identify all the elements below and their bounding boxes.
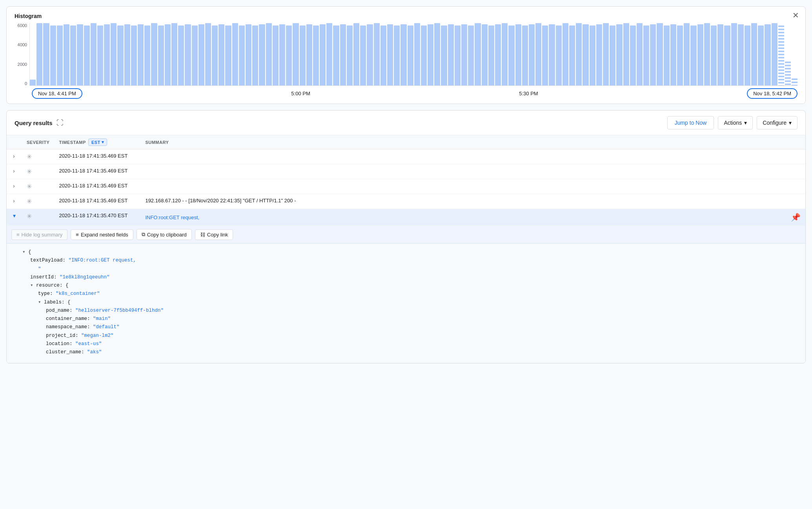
- histogram-bar: [684, 23, 690, 85]
- expand-results-icon[interactable]: ⛶: [56, 119, 64, 127]
- histogram-bar: [569, 25, 575, 85]
- histogram-bar: [347, 25, 353, 85]
- hide-log-summary-button[interactable]: ≡ Hide log summary: [11, 229, 67, 240]
- actions-label: Actions: [724, 120, 742, 126]
- y-axis-label-6000: 6000: [18, 23, 27, 28]
- y-axis-label-4000: 4000: [18, 42, 27, 47]
- histogram-bar: [50, 25, 56, 85]
- configure-button[interactable]: Configure ▾: [757, 116, 797, 129]
- histogram-bar: [408, 25, 413, 85]
- histogram-bar: [758, 25, 764, 85]
- actions-chevron-icon: ▾: [744, 120, 747, 126]
- histogram-bar: [131, 25, 137, 85]
- time-start-label[interactable]: Nov 18, 4:41 PM: [32, 88, 82, 99]
- row-collapse-button[interactable]: ▾: [11, 213, 17, 219]
- histogram-bar: [421, 25, 427, 85]
- row-summary-cell: [140, 164, 805, 179]
- table-row: › ✳ 2020-11-18 17:41:35.469 EST: [7, 164, 805, 179]
- row-expand-button[interactable]: ›: [11, 183, 16, 189]
- expanded-actions-bar: ≡ Hide log summary ≡ Expand nested field…: [7, 226, 805, 244]
- histogram-bar: [394, 25, 400, 85]
- collapse-labels-arrow[interactable]: ▾: [38, 300, 41, 305]
- query-results-header: Query results ⛶ Jump to Now Actions ▾ Co…: [7, 111, 805, 135]
- timestamp-value: 2020-11-18 17:41:35.470 EST: [59, 213, 127, 218]
- row-expand-cell: ›: [7, 149, 22, 164]
- copy-link-button[interactable]: ⛓ Copy link: [195, 229, 233, 240]
- query-results-title-area: Query results ⛶: [15, 119, 64, 127]
- copy-to-clipboard-button[interactable]: ⧉ Copy to clipboard: [137, 229, 192, 240]
- collapse-resource-arrow[interactable]: ▾: [30, 283, 33, 288]
- severity-icon: ✳: [27, 153, 32, 160]
- row-timestamp-cell: 2020-11-18 17:41:35.469 EST: [54, 149, 140, 164]
- link-icon: ⛓: [200, 232, 205, 238]
- pin-icon[interactable]: 📌: [791, 213, 801, 222]
- histogram-bar: [104, 24, 110, 85]
- histogram-bar: [144, 25, 150, 85]
- histogram-bar: [300, 25, 306, 85]
- table-row: › ✳ 2020-11-18 17:41:35.469 EST: [7, 179, 805, 194]
- histogram-bar: [273, 25, 279, 85]
- x-axis-label-530pm: 5:30 PM: [519, 91, 538, 96]
- histogram-bar: [765, 24, 770, 85]
- histogram-bar: [360, 25, 366, 85]
- histogram-bar: [637, 23, 643, 85]
- json-location-line: location: "east-us": [46, 340, 799, 348]
- timestamp-value: 2020-11-18 17:41:35.469 EST: [59, 153, 127, 159]
- row-expand-button[interactable]: ›: [11, 198, 16, 204]
- histogram-bar: [192, 25, 198, 85]
- histogram-bar: [171, 23, 177, 85]
- timezone-badge[interactable]: EST ▾: [88, 138, 107, 146]
- histogram-bar: [772, 23, 777, 85]
- histogram-bar: [461, 24, 467, 85]
- histogram-bar: [138, 24, 144, 85]
- expanded-content-cell: ≡ Hide log summary ≡ Expand nested field…: [7, 226, 805, 363]
- collapse-root-arrow[interactable]: ▾: [22, 249, 25, 255]
- expand-nested-icon: ≡: [76, 232, 79, 238]
- row-timestamp-cell: 2020-11-18 17:41:35.469 EST: [54, 164, 140, 179]
- histogram-bar: [455, 25, 461, 85]
- histogram-bar: [488, 25, 494, 85]
- header-actions: Jump to Now Actions ▾ Configure ▾: [667, 116, 797, 129]
- row-summary-cell: [140, 179, 805, 194]
- histogram-bar: [549, 24, 555, 85]
- histogram-bar: [30, 80, 36, 85]
- th-severity: SEVERITY: [22, 135, 54, 149]
- histogram-bar: [590, 25, 595, 85]
- histogram-bar: [232, 23, 238, 85]
- timestamp-label: TIMESTAMP: [59, 140, 86, 145]
- histogram-bar: [616, 24, 622, 85]
- row-expand-button[interactable]: ›: [11, 153, 16, 159]
- json-resource-line: ▾ resource: {: [30, 282, 799, 290]
- histogram-bar: [246, 24, 251, 85]
- histogram-bar: [596, 24, 602, 85]
- expand-nested-fields-button[interactable]: ≡ Expand nested fields: [71, 229, 133, 240]
- histogram-bar: [43, 23, 49, 85]
- histogram-bar: [381, 25, 386, 85]
- row-expand-button[interactable]: ›: [11, 168, 16, 174]
- histogram-bar: [387, 24, 393, 85]
- row-timestamp-cell: 2020-11-18 17:41:35.469 EST: [54, 179, 140, 194]
- expanded-content-row: ≡ Hide log summary ≡ Expand nested field…: [7, 226, 805, 363]
- jump-to-now-button[interactable]: Jump to Now: [667, 116, 714, 129]
- histogram-bar: [576, 23, 582, 85]
- json-project-id-line: project_id: "megan-lm2": [46, 332, 799, 340]
- summary-value: INFO:root:GET request,: [145, 215, 199, 220]
- copy-link-label: Copy link: [207, 232, 228, 238]
- th-expand: [7, 135, 22, 149]
- histogram-close-button[interactable]: ✕: [792, 11, 799, 19]
- histogram-bar: [677, 25, 683, 85]
- histogram-bar: [495, 24, 501, 85]
- histogram-bar: [434, 23, 440, 85]
- histogram-bar: [542, 25, 548, 85]
- actions-button[interactable]: Actions ▾: [718, 116, 753, 129]
- histogram-bar: [610, 25, 615, 85]
- histogram-bar: [414, 23, 420, 85]
- time-end-label[interactable]: Nov 18, 5:42 PM: [747, 88, 797, 99]
- histogram-bar: [401, 24, 406, 85]
- histogram-bar: [198, 24, 204, 85]
- row-timestamp-cell: 2020-11-18 17:41:35.470 EST: [54, 209, 140, 226]
- histogram-bar: [785, 62, 791, 85]
- json-type-line: type: "k8s_container": [38, 290, 799, 298]
- histogram-bar: [326, 23, 332, 85]
- hide-log-icon: ≡: [16, 232, 20, 238]
